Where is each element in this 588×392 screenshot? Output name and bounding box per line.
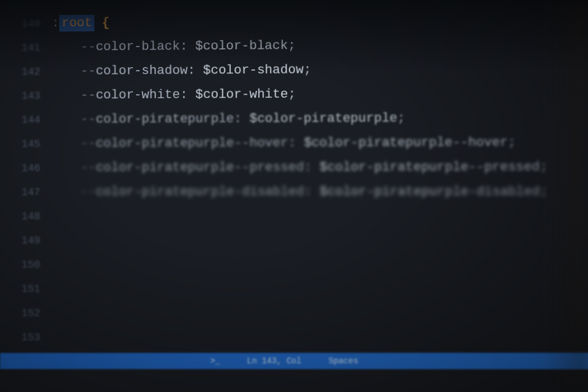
scss-variable: $color-white xyxy=(195,87,288,102)
semicolon: ; xyxy=(304,63,312,77)
scss-variable: $color-piratepurple-disabled xyxy=(319,185,540,200)
line-number: 141 xyxy=(22,36,40,60)
css-var-prefix: -- xyxy=(80,112,96,127)
css-property: color-black xyxy=(96,39,180,54)
css-var-prefix: -- xyxy=(80,88,96,103)
code-line-property: --color-piratepurple: $color-piratepurpl… xyxy=(52,106,588,132)
code-line-property: --color-black: $color-black; xyxy=(52,32,588,60)
code-line-property: --color-shadow: $color-shadow; xyxy=(52,56,588,84)
line-number: 153 xyxy=(21,325,40,350)
selector-colon: : xyxy=(52,16,59,30)
semicolon: ; xyxy=(540,160,548,175)
css-selector: root xyxy=(59,15,94,32)
css-var-prefix: -- xyxy=(80,137,96,151)
colon: : xyxy=(288,136,304,150)
colon: : xyxy=(188,63,203,77)
line-number: 147 xyxy=(22,180,40,204)
colon: : xyxy=(180,39,195,53)
code-editor[interactable]: 140 141 142 143 144 145 146 147 148 149 … xyxy=(0,0,588,392)
line-number: 144 xyxy=(22,108,40,132)
css-property: color-piratepurple-disabled xyxy=(96,185,304,199)
css-property: color-piratepurple--hover xyxy=(96,136,288,151)
css-property: color-piratepurple--pressed xyxy=(96,160,304,175)
colon: : xyxy=(304,185,319,199)
line-number: 151 xyxy=(21,277,40,301)
line-number: 143 xyxy=(22,84,40,108)
line-number: 149 xyxy=(22,228,40,253)
scss-variable: $color-black xyxy=(195,38,288,53)
open-brace: { xyxy=(94,15,110,30)
colon: : xyxy=(234,112,249,126)
css-var-prefix: -- xyxy=(80,64,96,78)
css-property: color-shadow xyxy=(96,64,188,79)
semicolon: ; xyxy=(540,185,548,200)
code-line-property: --color-white: $color-white; xyxy=(52,81,588,108)
code-line-selector: :root { xyxy=(52,7,588,36)
css-property: color-white xyxy=(96,88,180,103)
line-number: 148 xyxy=(22,204,40,228)
code-line-property: --color-piratepurple--pressed: $color-pi… xyxy=(52,155,588,180)
semicolon: ; xyxy=(288,38,296,53)
line-number: 150 xyxy=(21,253,40,277)
line-number: 142 xyxy=(22,60,40,84)
css-property: color-piratepurple xyxy=(96,112,234,127)
status-bar[interactable]: >_ Ln 143, Col Spaces xyxy=(0,353,588,370)
line-number: 140 xyxy=(22,11,40,36)
semicolon: ; xyxy=(397,111,405,126)
line-number: 145 xyxy=(22,132,40,156)
scss-variable: $color-piratepurple xyxy=(249,111,397,126)
code-content[interactable]: :root { --color-black: $color-black; --c… xyxy=(52,0,588,392)
scss-variable: $color-piratepurple--pressed xyxy=(319,160,540,175)
indent-info[interactable]: Spaces xyxy=(324,356,363,366)
scss-variable: $color-shadow xyxy=(203,63,304,77)
scss-variable: $color-piratepurple--hover xyxy=(304,135,508,150)
colon: : xyxy=(180,88,195,102)
code-line-property: --color-piratepurple-disabled: $color-pi… xyxy=(52,180,588,204)
line-number-gutter: 140 141 142 143 144 145 146 147 148 149 … xyxy=(0,0,52,392)
cursor-position[interactable]: Ln 143, Col xyxy=(242,356,306,366)
line-number: 146 xyxy=(22,156,40,180)
semicolon: ; xyxy=(288,87,296,102)
code-line-property: --color-piratepurple--hover: $color-pira… xyxy=(52,130,588,156)
css-var-prefix: -- xyxy=(80,161,96,175)
line-number: 152 xyxy=(21,301,40,325)
css-var-prefix: -- xyxy=(80,185,96,199)
css-var-prefix: -- xyxy=(80,40,96,55)
terminal-icon[interactable]: >_ xyxy=(206,356,225,366)
colon: : xyxy=(304,160,319,174)
semicolon: ; xyxy=(508,135,516,150)
